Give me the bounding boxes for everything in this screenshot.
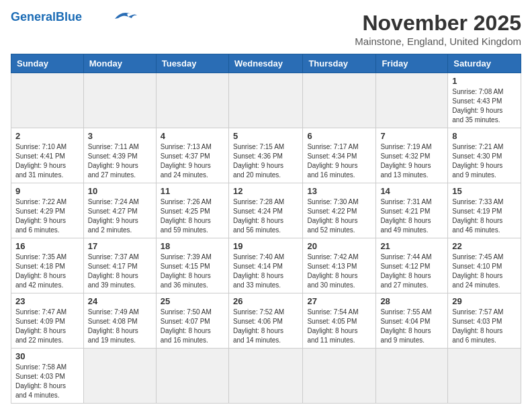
calendar-cell: 12Sunrise: 7:28 AM Sunset: 4:24 PM Dayli… — [228, 183, 302, 238]
day-info: Sunrise: 7:22 AM Sunset: 4:29 PM Dayligh… — [15, 197, 79, 235]
calendar-header-sunday: Sunday — [11, 54, 84, 73]
day-info: Sunrise: 7:49 AM Sunset: 4:08 PM Dayligh… — [88, 308, 152, 345]
day-info: Sunrise: 7:39 AM Sunset: 4:15 PM Dayligh… — [161, 253, 224, 290]
calendar-cell: 22Sunrise: 7:45 AM Sunset: 4:10 PM Dayli… — [448, 238, 521, 293]
page-header: GeneralBlue November 2025 Mainstone, Eng… — [11, 11, 521, 47]
day-number: 28 — [380, 296, 443, 306]
day-info: Sunrise: 7:50 AM Sunset: 4:07 PM Dayligh… — [161, 308, 224, 345]
day-info: Sunrise: 7:33 AM Sunset: 4:19 PM Dayligh… — [452, 197, 517, 235]
calendar-cell — [83, 73, 156, 128]
day-info: Sunrise: 7:08 AM Sunset: 4:43 PM Dayligh… — [452, 87, 517, 125]
calendar-cell: 28Sunrise: 7:55 AM Sunset: 4:04 PM Dayli… — [376, 293, 448, 349]
day-number: 10 — [88, 186, 152, 196]
calendar-cell — [376, 349, 448, 404]
calendar-cell — [303, 73, 376, 128]
calendar-week-6: 30Sunrise: 7:58 AM Sunset: 4:03 PM Dayli… — [11, 349, 521, 404]
calendar-cell: 7Sunrise: 7:19 AM Sunset: 4:32 PM Daylig… — [376, 128, 448, 183]
calendar-cell — [83, 349, 156, 404]
day-info: Sunrise: 7:35 AM Sunset: 4:18 PM Dayligh… — [15, 253, 79, 290]
calendar-cell: 19Sunrise: 7:40 AM Sunset: 4:14 PM Dayli… — [228, 238, 302, 293]
calendar-cell: 30Sunrise: 7:58 AM Sunset: 4:03 PM Dayli… — [11, 349, 84, 404]
day-info: Sunrise: 7:15 AM Sunset: 4:36 PM Dayligh… — [233, 142, 298, 180]
logo: GeneralBlue — [11, 11, 138, 24]
day-number: 14 — [380, 186, 443, 196]
calendar-cell: 8Sunrise: 7:21 AM Sunset: 4:30 PM Daylig… — [448, 128, 521, 183]
day-number: 6 — [307, 131, 371, 141]
day-info: Sunrise: 7:10 AM Sunset: 4:41 PM Dayligh… — [15, 142, 79, 180]
day-number: 1 — [452, 76, 517, 86]
calendar-header-monday: Monday — [83, 54, 156, 73]
day-number: 30 — [15, 351, 79, 361]
day-info: Sunrise: 7:26 AM Sunset: 4:25 PM Dayligh… — [161, 197, 224, 235]
day-info: Sunrise: 7:30 AM Sunset: 4:22 PM Dayligh… — [307, 197, 371, 235]
calendar-cell: 21Sunrise: 7:44 AM Sunset: 4:12 PM Dayli… — [376, 238, 448, 293]
calendar-week-3: 9Sunrise: 7:22 AM Sunset: 4:29 PM Daylig… — [11, 183, 521, 238]
calendar-cell: 9Sunrise: 7:22 AM Sunset: 4:29 PM Daylig… — [11, 183, 84, 238]
calendar-cell: 24Sunrise: 7:49 AM Sunset: 4:08 PM Dayli… — [83, 293, 156, 349]
calendar-cell: 5Sunrise: 7:15 AM Sunset: 4:36 PM Daylig… — [228, 128, 302, 183]
calendar-cell — [156, 73, 228, 128]
day-info: Sunrise: 7:40 AM Sunset: 4:14 PM Dayligh… — [233, 253, 298, 290]
day-info: Sunrise: 7:54 AM Sunset: 4:05 PM Dayligh… — [307, 308, 371, 345]
calendar-cell: 14Sunrise: 7:31 AM Sunset: 4:21 PM Dayli… — [376, 183, 448, 238]
calendar-cell: 25Sunrise: 7:50 AM Sunset: 4:07 PM Dayli… — [156, 293, 228, 349]
day-number: 8 — [452, 131, 517, 141]
calendar-cell: 11Sunrise: 7:26 AM Sunset: 4:25 PM Dayli… — [156, 183, 228, 238]
day-info: Sunrise: 7:19 AM Sunset: 4:32 PM Dayligh… — [380, 142, 443, 180]
calendar-cell — [448, 349, 521, 404]
day-number: 9 — [15, 186, 79, 196]
calendar-cell: 6Sunrise: 7:17 AM Sunset: 4:34 PM Daylig… — [303, 128, 376, 183]
calendar-cell: 20Sunrise: 7:42 AM Sunset: 4:13 PM Dayli… — [303, 238, 376, 293]
day-info: Sunrise: 7:42 AM Sunset: 4:13 PM Dayligh… — [307, 253, 371, 290]
month-year-title: November 2025 — [355, 11, 521, 36]
title-section: November 2025 Mainstone, England, United… — [355, 11, 521, 47]
day-number: 4 — [161, 131, 224, 141]
day-number: 12 — [233, 186, 298, 196]
day-number: 27 — [307, 296, 371, 306]
calendar-cell — [376, 73, 448, 128]
day-number: 17 — [88, 241, 152, 251]
logo-bird-icon — [112, 9, 138, 24]
calendar-cell — [228, 349, 302, 404]
calendar-cell: 1Sunrise: 7:08 AM Sunset: 4:43 PM Daylig… — [448, 73, 521, 128]
calendar-header-friday: Friday — [376, 54, 448, 73]
calendar-header-saturday: Saturday — [448, 54, 521, 73]
day-info: Sunrise: 7:24 AM Sunset: 4:27 PM Dayligh… — [88, 197, 152, 235]
day-info: Sunrise: 7:11 AM Sunset: 4:39 PM Dayligh… — [88, 142, 152, 180]
calendar-cell: 13Sunrise: 7:30 AM Sunset: 4:22 PM Dayli… — [303, 183, 376, 238]
day-number: 18 — [161, 241, 224, 251]
day-info: Sunrise: 7:31 AM Sunset: 4:21 PM Dayligh… — [380, 197, 443, 235]
calendar-cell: 23Sunrise: 7:47 AM Sunset: 4:09 PM Dayli… — [11, 293, 84, 349]
logo-text: GeneralBlue — [11, 11, 82, 24]
day-number: 16 — [15, 241, 79, 251]
day-number: 19 — [233, 241, 298, 251]
day-number: 20 — [307, 241, 371, 251]
day-number: 24 — [88, 296, 152, 306]
day-info: Sunrise: 7:44 AM Sunset: 4:12 PM Dayligh… — [380, 253, 443, 290]
day-number: 29 — [452, 296, 517, 306]
calendar-cell: 10Sunrise: 7:24 AM Sunset: 4:27 PM Dayli… — [83, 183, 156, 238]
calendar-header-wednesday: Wednesday — [228, 54, 302, 73]
calendar-cell: 17Sunrise: 7:37 AM Sunset: 4:17 PM Dayli… — [83, 238, 156, 293]
day-number: 13 — [307, 186, 371, 196]
day-info: Sunrise: 7:55 AM Sunset: 4:04 PM Dayligh… — [380, 308, 443, 345]
day-info: Sunrise: 7:58 AM Sunset: 4:03 PM Dayligh… — [15, 363, 79, 400]
location-subtitle: Mainstone, England, United Kingdom — [355, 36, 521, 47]
calendar-header-row: SundayMondayTuesdayWednesdayThursdayFrid… — [11, 54, 521, 73]
day-number: 21 — [380, 241, 443, 251]
calendar-cell: 26Sunrise: 7:52 AM Sunset: 4:06 PM Dayli… — [228, 293, 302, 349]
calendar-cell: 15Sunrise: 7:33 AM Sunset: 4:19 PM Dayli… — [448, 183, 521, 238]
day-info: Sunrise: 7:45 AM Sunset: 4:10 PM Dayligh… — [452, 253, 517, 290]
day-info: Sunrise: 7:21 AM Sunset: 4:30 PM Dayligh… — [452, 142, 517, 180]
day-info: Sunrise: 7:37 AM Sunset: 4:17 PM Dayligh… — [88, 253, 152, 290]
day-info: Sunrise: 7:47 AM Sunset: 4:09 PM Dayligh… — [15, 308, 79, 345]
calendar-week-4: 16Sunrise: 7:35 AM Sunset: 4:18 PM Dayli… — [11, 238, 521, 293]
day-info: Sunrise: 7:13 AM Sunset: 4:37 PM Dayligh… — [161, 142, 224, 180]
day-number: 23 — [15, 296, 79, 306]
calendar-cell — [303, 349, 376, 404]
calendar-week-5: 23Sunrise: 7:47 AM Sunset: 4:09 PM Dayli… — [11, 293, 521, 349]
calendar-week-2: 2Sunrise: 7:10 AM Sunset: 4:41 PM Daylig… — [11, 128, 521, 183]
day-number: 11 — [161, 186, 224, 196]
calendar-cell: 16Sunrise: 7:35 AM Sunset: 4:18 PM Dayli… — [11, 238, 84, 293]
calendar-cell — [156, 349, 228, 404]
